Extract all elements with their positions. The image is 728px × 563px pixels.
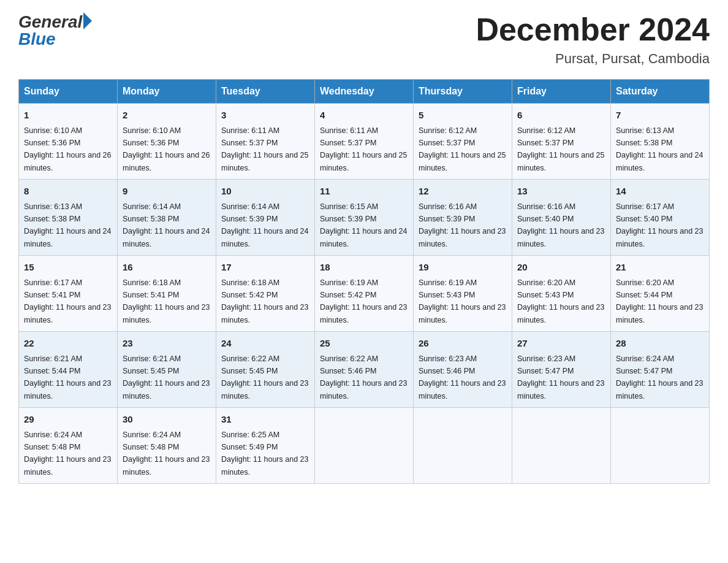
calendar-week-row: 1 Sunrise: 6:10 AMSunset: 5:36 PMDayligh… <box>19 104 710 180</box>
table-row: 22 Sunrise: 6:21 AMSunset: 5:44 PMDaylig… <box>19 332 118 408</box>
table-row: 8 Sunrise: 6:13 AMSunset: 5:38 PMDayligh… <box>19 180 118 256</box>
day-number: 18 <box>320 261 408 275</box>
day-info: Sunrise: 6:25 AMSunset: 5:49 PMDaylight:… <box>221 431 308 477</box>
day-info: Sunrise: 6:20 AMSunset: 5:43 PMDaylight:… <box>517 278 604 324</box>
day-number: 5 <box>419 109 507 123</box>
day-info: Sunrise: 6:21 AMSunset: 5:45 PMDaylight:… <box>123 354 210 400</box>
day-number: 19 <box>419 261 507 275</box>
day-info: Sunrise: 6:14 AMSunset: 5:39 PMDaylight:… <box>221 202 308 248</box>
day-number: 21 <box>616 261 704 275</box>
day-number: 4 <box>320 109 408 123</box>
table-row: 10 Sunrise: 6:14 AMSunset: 5:39 PMDaylig… <box>216 180 315 256</box>
day-number: 20 <box>517 261 605 275</box>
day-number: 22 <box>24 337 112 351</box>
day-number: 11 <box>320 185 408 199</box>
day-info: Sunrise: 6:11 AMSunset: 5:37 PMDaylight:… <box>221 126 308 172</box>
calendar-week-row: 29 Sunrise: 6:24 AMSunset: 5:48 PMDaylig… <box>19 408 710 484</box>
logo-arrow-icon <box>83 12 92 29</box>
table-row <box>611 408 710 484</box>
table-row: 31 Sunrise: 6:25 AMSunset: 5:49 PMDaylig… <box>216 408 315 484</box>
day-info: Sunrise: 6:11 AMSunset: 5:37 PMDaylight:… <box>320 126 407 172</box>
day-info: Sunrise: 6:17 AMSunset: 5:41 PMDaylight:… <box>24 278 111 324</box>
calendar-week-row: 15 Sunrise: 6:17 AMSunset: 5:41 PMDaylig… <box>19 256 710 332</box>
day-info: Sunrise: 6:20 AMSunset: 5:44 PMDaylight:… <box>616 278 703 324</box>
calendar-table: Sunday Monday Tuesday Wednesday Thursday… <box>18 79 710 484</box>
day-info: Sunrise: 6:10 AMSunset: 5:36 PMDaylight:… <box>24 126 111 172</box>
day-info: Sunrise: 6:18 AMSunset: 5:42 PMDaylight:… <box>221 278 308 324</box>
header-thursday: Thursday <box>414 80 512 104</box>
day-number: 3 <box>221 109 309 123</box>
day-info: Sunrise: 6:19 AMSunset: 5:43 PMDaylight:… <box>419 278 506 324</box>
day-number: 13 <box>517 185 605 199</box>
table-row: 19 Sunrise: 6:19 AMSunset: 5:43 PMDaylig… <box>414 256 512 332</box>
table-row: 15 Sunrise: 6:17 AMSunset: 5:41 PMDaylig… <box>19 256 118 332</box>
day-number: 6 <box>517 109 605 123</box>
day-info: Sunrise: 6:10 AMSunset: 5:36 PMDaylight:… <box>123 126 210 172</box>
table-row: 18 Sunrise: 6:19 AMSunset: 5:42 PMDaylig… <box>315 256 414 332</box>
table-row: 11 Sunrise: 6:15 AMSunset: 5:39 PMDaylig… <box>315 180 414 256</box>
day-number: 24 <box>221 337 309 351</box>
table-row: 30 Sunrise: 6:24 AMSunset: 5:48 PMDaylig… <box>118 408 216 484</box>
header-saturday: Saturday <box>611 80 710 104</box>
table-row: 7 Sunrise: 6:13 AMSunset: 5:38 PMDayligh… <box>611 104 710 180</box>
day-number: 15 <box>24 261 112 275</box>
day-info: Sunrise: 6:21 AMSunset: 5:44 PMDaylight:… <box>24 354 111 400</box>
day-number: 8 <box>24 185 112 199</box>
day-info: Sunrise: 6:24 AMSunset: 5:47 PMDaylight:… <box>616 354 703 400</box>
table-row: 25 Sunrise: 6:22 AMSunset: 5:46 PMDaylig… <box>315 332 414 408</box>
calendar-week-row: 22 Sunrise: 6:21 AMSunset: 5:44 PMDaylig… <box>19 332 710 408</box>
day-number: 17 <box>221 261 309 275</box>
day-number: 16 <box>123 261 211 275</box>
header-tuesday: Tuesday <box>216 80 315 104</box>
day-info: Sunrise: 6:18 AMSunset: 5:41 PMDaylight:… <box>123 278 210 324</box>
table-row: 3 Sunrise: 6:11 AMSunset: 5:37 PMDayligh… <box>216 104 315 180</box>
day-info: Sunrise: 6:14 AMSunset: 5:38 PMDaylight:… <box>123 202 210 248</box>
header-monday: Monday <box>118 80 216 104</box>
weekday-header-row: Sunday Monday Tuesday Wednesday Thursday… <box>19 80 710 104</box>
day-info: Sunrise: 6:22 AMSunset: 5:45 PMDaylight:… <box>221 354 308 400</box>
table-row: 9 Sunrise: 6:14 AMSunset: 5:38 PMDayligh… <box>118 180 216 256</box>
table-row: 29 Sunrise: 6:24 AMSunset: 5:48 PMDaylig… <box>19 408 118 484</box>
table-row: 26 Sunrise: 6:23 AMSunset: 5:46 PMDaylig… <box>414 332 512 408</box>
day-number: 28 <box>616 337 704 351</box>
day-info: Sunrise: 6:12 AMSunset: 5:37 PMDaylight:… <box>517 126 604 172</box>
table-row: 13 Sunrise: 6:16 AMSunset: 5:40 PMDaylig… <box>512 180 611 256</box>
table-row: 4 Sunrise: 6:11 AMSunset: 5:37 PMDayligh… <box>315 104 414 180</box>
day-number: 14 <box>616 185 704 199</box>
table-row: 17 Sunrise: 6:18 AMSunset: 5:42 PMDaylig… <box>216 256 315 332</box>
day-info: Sunrise: 6:24 AMSunset: 5:48 PMDaylight:… <box>123 431 210 477</box>
day-info: Sunrise: 6:24 AMSunset: 5:48 PMDaylight:… <box>24 431 111 477</box>
header-wednesday: Wednesday <box>315 80 414 104</box>
day-info: Sunrise: 6:19 AMSunset: 5:42 PMDaylight:… <box>320 278 407 324</box>
day-info: Sunrise: 6:13 AMSunset: 5:38 PMDaylight:… <box>24 202 111 248</box>
day-number: 7 <box>616 109 704 123</box>
logo-blue-text: Blue <box>18 29 92 49</box>
calendar-location: Pursat, Pursat, Cambodia <box>476 51 710 67</box>
day-info: Sunrise: 6:16 AMSunset: 5:39 PMDaylight:… <box>419 202 506 248</box>
table-row: 1 Sunrise: 6:10 AMSunset: 5:36 PMDayligh… <box>19 104 118 180</box>
table-row: 2 Sunrise: 6:10 AMSunset: 5:36 PMDayligh… <box>118 104 216 180</box>
logo: General Blue <box>18 12 92 49</box>
table-row: 28 Sunrise: 6:24 AMSunset: 5:47 PMDaylig… <box>611 332 710 408</box>
day-number: 30 <box>123 413 211 427</box>
table-row: 21 Sunrise: 6:20 AMSunset: 5:44 PMDaylig… <box>611 256 710 332</box>
table-row: 14 Sunrise: 6:17 AMSunset: 5:40 PMDaylig… <box>611 180 710 256</box>
table-row: 20 Sunrise: 6:20 AMSunset: 5:43 PMDaylig… <box>512 256 611 332</box>
day-number: 26 <box>419 337 507 351</box>
calendar-title-block: December 2024 Pursat, Pursat, Cambodia <box>476 12 710 67</box>
calendar-month-year: December 2024 <box>476 12 710 47</box>
table-row <box>414 408 512 484</box>
day-info: Sunrise: 6:23 AMSunset: 5:46 PMDaylight:… <box>419 354 506 400</box>
day-number: 9 <box>123 185 211 199</box>
day-number: 1 <box>24 109 112 123</box>
table-row: 12 Sunrise: 6:16 AMSunset: 5:39 PMDaylig… <box>414 180 512 256</box>
table-row: 27 Sunrise: 6:23 AMSunset: 5:47 PMDaylig… <box>512 332 611 408</box>
header-sunday: Sunday <box>19 80 118 104</box>
day-number: 29 <box>24 413 112 427</box>
day-number: 25 <box>320 337 408 351</box>
day-number: 23 <box>123 337 211 351</box>
day-info: Sunrise: 6:12 AMSunset: 5:37 PMDaylight:… <box>419 126 506 172</box>
day-number: 2 <box>123 109 211 123</box>
table-row: 6 Sunrise: 6:12 AMSunset: 5:37 PMDayligh… <box>512 104 611 180</box>
day-number: 27 <box>517 337 605 351</box>
